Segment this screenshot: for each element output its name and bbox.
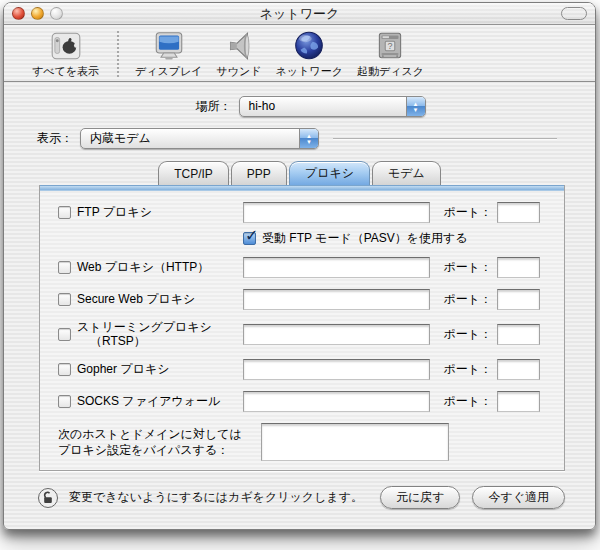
toolbar-item-label: サウンド — [217, 64, 262, 79]
bypass-hosts-textarea[interactable] — [261, 423, 449, 461]
toolbar-item-label: ディスプレイ — [135, 64, 203, 79]
toolbar-toggle-button[interactable] — [561, 7, 587, 20]
proxy-row-socks: SOCKS ファイアウォール ポート： — [58, 390, 540, 412]
show-all-icon — [49, 29, 83, 63]
tab-proxies[interactable]: プロキシ — [289, 161, 370, 185]
sound-icon — [222, 29, 256, 63]
location-label: 場所： — [196, 98, 232, 115]
proxy-row-web: Web プロキシ（HTTP） ポート： — [58, 256, 540, 278]
tab-label: TCP/IP — [174, 167, 213, 181]
toolbar-item-label: 起動ディスク — [357, 64, 424, 79]
proxy-row-label: ストリーミングプロキシ — [77, 320, 212, 334]
secure-web-proxy-port-field[interactable] — [497, 289, 540, 310]
web-proxy-checkbox[interactable] — [58, 261, 71, 274]
pasv-checkbox[interactable] — [243, 232, 256, 245]
toolbar-item-sound[interactable]: サウンド — [217, 29, 262, 79]
svg-text:?: ? — [388, 41, 393, 51]
port-label: ポート： — [430, 393, 492, 410]
secure-web-proxy-field[interactable] — [243, 289, 431, 310]
startup-disk-icon: ? — [373, 29, 407, 63]
footer-bar: 変更できないようにするにはカギをクリックします。 元に戻す 今すぐ適用 — [4, 486, 595, 509]
proxy-row-label: SOCKS ファイアウォール — [77, 393, 220, 410]
port-label: ポート： — [430, 361, 492, 378]
ftp-proxy-checkbox[interactable] — [58, 206, 71, 219]
gopher-proxy-port-field[interactable] — [497, 359, 540, 380]
location-row: 場所： hi-ho ▲▼ — [26, 95, 595, 118]
unlock-icon[interactable] — [37, 487, 59, 509]
proxy-row-gopher: Gopher プロキシ ポート： — [58, 358, 540, 380]
ftp-proxy-port-field[interactable] — [497, 202, 540, 223]
toolbar-item-show-all[interactable]: すべてを表示 — [32, 29, 99, 79]
tab-modem[interactable]: モデム — [372, 161, 441, 185]
tab-tcpip[interactable]: TCP/IP — [158, 161, 229, 185]
displays-icon — [152, 29, 186, 63]
gopher-proxy-checkbox[interactable] — [58, 363, 71, 376]
socks-firewall-field[interactable] — [243, 391, 431, 412]
preferences-toolbar: すべてを表示 ディスプレイ — [4, 25, 595, 82]
socks-firewall-port-field[interactable] — [497, 391, 540, 412]
lock-hint-text: 変更できないようにするにはカギをクリックします。 — [69, 489, 363, 506]
web-proxy-field[interactable] — [243, 257, 431, 278]
proxy-row-label-line2: （RTSP） — [77, 334, 212, 348]
proxy-row-label: Web プロキシ（HTTP） — [77, 259, 209, 276]
toolbar-item-startup-disk[interactable]: ? 起動ディスク — [357, 29, 424, 79]
network-globe-icon — [292, 29, 326, 63]
bypass-row: 次のホストとドメインに対しては プロキシ設定をバイパスする： — [58, 423, 540, 461]
revert-button[interactable]: 元に戻す — [380, 486, 461, 509]
streaming-proxy-port-field[interactable] — [497, 324, 540, 345]
gopher-proxy-field[interactable] — [243, 359, 431, 380]
show-label: 表示： — [37, 130, 73, 147]
toolbar-item-displays[interactable]: ディスプレイ — [135, 29, 203, 79]
proxy-row-label: FTP プロキシ — [77, 204, 152, 221]
separator-line — [333, 138, 557, 140]
bypass-label-line2: プロキシ設定をバイパスする： — [58, 443, 229, 457]
location-popup-value: hi-ho — [240, 97, 406, 116]
toolbar-separator — [117, 31, 119, 77]
pane-content: 場所： hi-ho ▲▼ 表示： 内蔵モデム ▲▼ TCP/IP PPP プロキ… — [4, 82, 595, 509]
popup-stepper-icon: ▲▼ — [299, 129, 318, 148]
apply-now-button[interactable]: 今すぐ適用 — [472, 486, 565, 509]
toolbar-item-network[interactable]: ネットワーク — [276, 29, 343, 79]
show-popup[interactable]: 内蔵モデム ▲▼ — [80, 128, 319, 149]
proxy-row-ftp: FTP プロキシ ポート： — [58, 201, 540, 223]
web-proxy-port-field[interactable] — [497, 257, 540, 278]
socks-firewall-checkbox[interactable] — [58, 395, 71, 408]
port-label: ポート： — [430, 259, 492, 276]
tab-label: PPP — [247, 167, 271, 181]
proxy-row-label: Gopher プロキシ — [77, 361, 169, 378]
show-row: 表示： 内蔵モデム ▲▼ — [37, 128, 565, 149]
pasv-row: 受動 FTP モード（PASV）を使用する — [243, 230, 564, 246]
toolbar-item-label: ネットワーク — [276, 64, 343, 79]
tab-bar: TCP/IP PPP プロキシ モデム — [4, 161, 595, 185]
proxy-row-streaming: ストリーミングプロキシ （RTSP） ポート： — [58, 320, 540, 348]
popup-stepper-icon: ▲▼ — [406, 97, 425, 116]
proxies-group-box: FTP プロキシ ポート： 受動 FTP モード（PASV）を使用する Web … — [39, 185, 565, 471]
proxy-row-label: Secure Web プロキシ — [77, 291, 195, 308]
show-popup-value: 内蔵モデム — [81, 129, 299, 148]
secure-web-proxy-checkbox[interactable] — [58, 293, 71, 306]
port-label: ポート： — [430, 204, 492, 221]
tab-ppp[interactable]: PPP — [231, 161, 287, 185]
location-popup[interactable]: hi-ho ▲▼ — [239, 96, 426, 117]
streaming-proxy-checkbox[interactable] — [58, 328, 71, 341]
port-label: ポート： — [430, 291, 492, 308]
proxy-row-secure-web: Secure Web プロキシ ポート： — [58, 288, 540, 310]
pasv-label: 受動 FTP モード（PASV）を使用する — [262, 230, 468, 247]
tab-label: プロキシ — [305, 165, 354, 182]
window-title: ネットワーク — [4, 5, 595, 23]
group-box-top-band — [40, 185, 564, 191]
title-bar[interactable]: ネットワーク — [4, 3, 595, 25]
network-preferences-window: ネットワーク すべてを表示 — [3, 2, 596, 530]
streaming-proxy-field[interactable] — [243, 324, 431, 345]
toolbar-item-label: すべてを表示 — [32, 64, 99, 79]
bypass-label-line1: 次のホストとドメインに対しては — [58, 427, 242, 441]
tab-label: モデム — [388, 165, 425, 182]
ftp-proxy-field[interactable] — [243, 202, 431, 223]
port-label: ポート： — [430, 326, 492, 343]
